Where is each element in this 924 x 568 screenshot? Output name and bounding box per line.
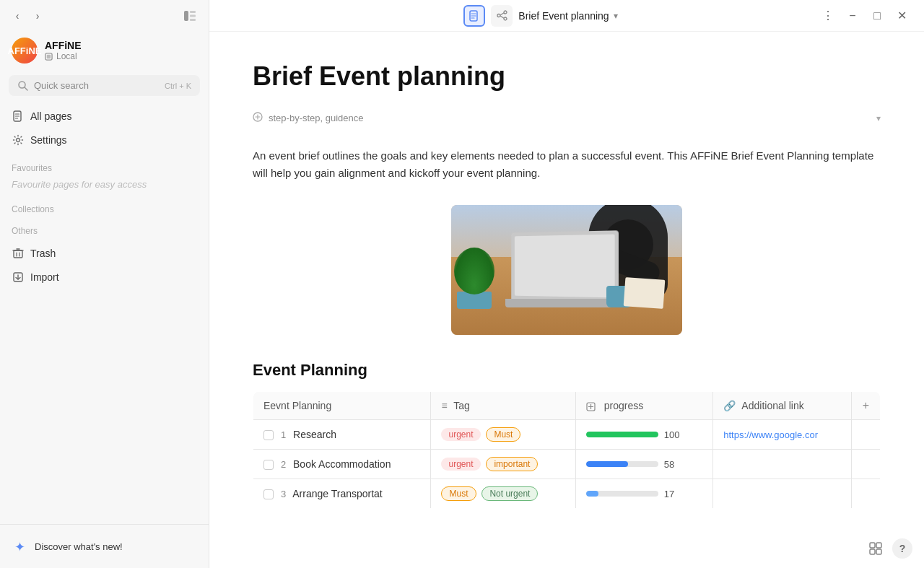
svg-rect-36 xyxy=(876,543,881,548)
search-icon xyxy=(17,80,28,91)
row-2-tag-important: important xyxy=(486,457,538,471)
discover-new-button[interactable]: ✦ Discover what's new! xyxy=(9,533,200,559)
row-2-progress-num: 58 xyxy=(664,459,674,470)
row-1-label: Research xyxy=(293,429,336,440)
sidebar-top: ‹ › xyxy=(0,0,209,32)
row-3-number: 3 xyxy=(281,489,286,499)
table-row: 1 Research urgent Must 100 xyxy=(253,420,881,450)
col-header-additional-link: 🔗 Additional link xyxy=(713,392,852,420)
discover-new-label: Discover what's new! xyxy=(35,541,123,552)
link-col-icon: 🔗 xyxy=(723,400,736,411)
import-icon xyxy=(12,271,25,284)
row-3-link xyxy=(713,479,852,509)
user-workspace: Local xyxy=(45,51,82,61)
maximize-button[interactable]: □ xyxy=(866,5,888,27)
close-button[interactable]: ✕ xyxy=(891,5,912,27)
row-1-extra xyxy=(852,420,881,450)
page-title: Brief Event planning xyxy=(518,10,609,22)
row-1-progress: 100 xyxy=(575,420,712,450)
svg-rect-13 xyxy=(14,250,22,258)
col-header-tag: ≡ Tag xyxy=(431,392,575,420)
minimize-button[interactable]: − xyxy=(842,5,863,27)
row-1-link-anchor[interactable]: https://www.google.cor xyxy=(723,429,818,440)
row-2-tag-urgent: urgent xyxy=(441,458,480,471)
row-2-name: 2 Book Accommodation xyxy=(253,450,431,479)
more-options-button[interactable]: ⋮ xyxy=(817,5,839,27)
row-2-link xyxy=(713,450,852,479)
svg-rect-35 xyxy=(870,543,875,548)
titlebar-center: Brief Event planning ▾ xyxy=(463,5,617,27)
avatar: AFFiNE xyxy=(12,38,38,64)
all-pages-icon xyxy=(12,110,25,123)
row-3-label: Arrange Transportat xyxy=(292,488,383,499)
row-2-checkbox[interactable] xyxy=(263,460,274,470)
row-3-progress: 17 xyxy=(575,479,712,509)
row-2-number: 2 xyxy=(281,459,286,470)
col-header-event-planning: Eevnt Planning xyxy=(253,392,431,420)
row-1-link: https://www.google.cor xyxy=(713,420,852,450)
page-title-bar: Brief Event planning ▾ xyxy=(518,10,617,22)
doc-tags: step-by-step, guidence ▾ xyxy=(253,106,881,130)
doc-view-button[interactable] xyxy=(463,5,485,27)
sidebar-item-settings[interactable]: Settings xyxy=(6,128,203,152)
favourites-empty-text: Favourite pages for easy access xyxy=(0,176,209,196)
svg-rect-2 xyxy=(190,15,196,17)
svg-point-12 xyxy=(17,139,20,142)
tag-icon xyxy=(253,112,263,124)
svg-line-7 xyxy=(25,87,27,90)
svg-rect-37 xyxy=(870,549,875,554)
others-menu: Trash Import xyxy=(0,239,209,292)
user-section[interactable]: AFFiNE AFFiNE Local xyxy=(0,32,209,69)
row-1-progress-num: 100 xyxy=(664,429,680,440)
collections-section-label: Collections xyxy=(0,196,209,217)
row-1-checkbox[interactable] xyxy=(263,430,274,440)
sidebar-toggle-button[interactable] xyxy=(180,6,200,26)
doc-title: Brief Event planning xyxy=(253,61,881,92)
row-1-number: 1 xyxy=(281,429,286,440)
row-1-tags: urgent Must xyxy=(431,420,575,450)
search-placeholder: Quick search xyxy=(34,80,159,91)
back-button[interactable]: ‹ xyxy=(9,7,26,25)
sidebar-item-trash[interactable]: Trash xyxy=(6,242,203,265)
sidebar-item-all-pages[interactable]: All pages xyxy=(6,105,203,128)
row-1-tag-must: Must xyxy=(486,427,520,442)
all-pages-label: All pages xyxy=(30,110,72,122)
doc-description: An event brief outlines the goals and ke… xyxy=(253,147,881,182)
forward-button[interactable]: › xyxy=(29,7,46,25)
planning-table: Eevnt Planning ≡ Tag xyxy=(253,391,881,509)
svg-line-27 xyxy=(500,13,504,15)
trash-label: Trash xyxy=(30,248,56,259)
doc-content: Brief Event planning step-by-step, guide… xyxy=(209,32,924,568)
quick-search-bar[interactable]: Quick search Ctrl + K xyxy=(9,75,200,96)
grid-view-button[interactable] xyxy=(865,538,886,559)
col-add-button[interactable]: + xyxy=(852,392,881,420)
row-3-checkbox[interactable] xyxy=(263,489,274,499)
row-3-progress-num: 17 xyxy=(664,489,674,499)
svg-point-24 xyxy=(497,14,500,17)
progress-col-icon xyxy=(586,400,601,411)
settings-label: Settings xyxy=(30,134,67,146)
bottom-bar: ? xyxy=(853,529,924,568)
sidebar-bottom: ✦ Discover what's new! xyxy=(0,524,209,568)
search-shortcut: Ctrl + K xyxy=(165,82,191,90)
row-3-tag-must: Must xyxy=(441,486,476,501)
row-2-progress: 58 xyxy=(575,450,712,479)
tag-col-icon: ≡ xyxy=(441,400,447,411)
tags-collapse-button[interactable]: ▾ xyxy=(876,113,881,123)
nav-arrows: ‹ › xyxy=(9,7,46,25)
row-3-name: 3 Arrange Transportat xyxy=(253,479,431,509)
row-1-name: 1 Research xyxy=(253,420,431,450)
section-title: Event Planning xyxy=(253,361,881,380)
title-dropdown-icon[interactable]: ▾ xyxy=(614,11,618,21)
svg-rect-1 xyxy=(190,11,196,13)
doc-tags-text: step-by-step, guidence xyxy=(269,113,364,123)
favourites-section-label: Favourites xyxy=(0,154,209,176)
sidebar-menu: All pages Settings xyxy=(0,102,209,154)
add-column-icon[interactable]: + xyxy=(863,399,869,411)
row-3-tags: Must Not urgent xyxy=(431,479,575,509)
sidebar-item-import[interactable]: Import xyxy=(6,266,203,289)
user-info: AFFiNE Local xyxy=(45,40,82,61)
titlebar: Brief Event planning ▾ ⋮ − □ ✕ xyxy=(209,0,924,32)
help-button[interactable]: ? xyxy=(892,538,912,559)
flow-view-button[interactable] xyxy=(491,5,513,27)
